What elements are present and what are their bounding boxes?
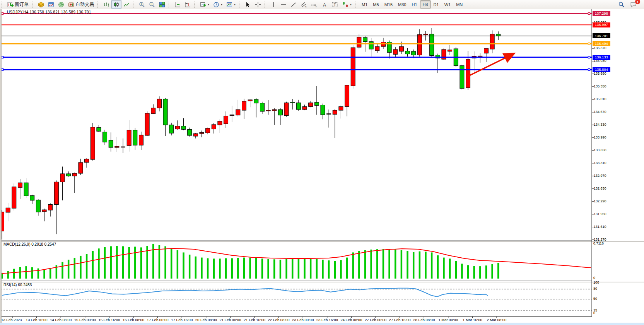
price-line-label-137.298[interactable]: 137.298: [593, 11, 610, 16]
cursor-tool-button[interactable]: [243, 0, 253, 9]
horizontal-line-tool-button[interactable]: [278, 0, 289, 9]
candle[interactable]: [18, 179, 22, 199]
candle[interactable]: [478, 53, 482, 63]
chart-canvas[interactable]: [0, 0, 644, 325]
new-order-button[interactable]: 新订单: [5, 0, 31, 9]
candle[interactable]: [436, 54, 440, 73]
candle[interactable]: [127, 120, 131, 151]
data-window-button[interactable]: [46, 0, 56, 9]
timeframe-button-h1[interactable]: H1: [409, 0, 420, 9]
auto-scroll-button[interactable]: [173, 0, 183, 9]
price-line-label-136.494[interactable]: 136.494: [593, 41, 610, 46]
toolbar-grip[interactable]: [133, 2, 136, 8]
hline-marker[interactable]: [588, 56, 590, 58]
candle[interactable]: [169, 123, 174, 135]
candle[interactable]: [490, 30, 494, 53]
candle[interactable]: [224, 111, 228, 128]
candle[interactable]: [284, 102, 289, 117]
candle[interactable]: [133, 128, 137, 150]
hline-marker[interactable]: [588, 68, 590, 70]
candle[interactable]: [115, 137, 119, 152]
timeframe-button-m1[interactable]: M1: [359, 0, 370, 9]
toolbar-grip[interactable]: [239, 2, 242, 8]
candle[interactable]: [36, 199, 40, 216]
periods-button[interactable]: ▾: [211, 0, 224, 9]
candle[interactable]: [206, 128, 210, 134]
candle[interactable]: [296, 100, 301, 111]
window-bottom-scrollbar[interactable]: [0, 323, 644, 325]
zoom-in-button[interactable]: [137, 0, 147, 9]
timeframe-button-h4[interactable]: H4: [420, 0, 431, 9]
toolbar-grip[interactable]: [169, 2, 171, 8]
toolbar-grip[interactable]: [32, 2, 35, 8]
candle[interactable]: [430, 28, 434, 57]
candle[interactable]: [72, 173, 77, 193]
candle[interactable]: [321, 104, 325, 120]
candle[interactable]: [272, 108, 277, 125]
candle[interactable]: [369, 38, 373, 57]
search-button[interactable]: [616, 0, 627, 9]
candle[interactable]: [212, 123, 216, 133]
toolbar-grip[interactable]: [265, 2, 267, 8]
candle[interactable]: [12, 183, 16, 210]
bar-chart-mode-button[interactable]: [101, 0, 111, 9]
price-line-label-136.701[interactable]: 136.701: [593, 33, 610, 38]
add-indicator-button[interactable]: ▾: [198, 0, 211, 9]
candle[interactable]: [248, 99, 252, 107]
candle[interactable]: [375, 43, 379, 53]
candle[interactable]: [139, 132, 143, 150]
toolbar-grip[interactable]: [2, 2, 4, 8]
candle[interactable]: [405, 48, 410, 56]
candle[interactable]: [48, 204, 53, 217]
candle[interactable]: [121, 139, 125, 153]
candle[interactable]: [254, 98, 258, 117]
candle[interactable]: [333, 109, 337, 138]
candle[interactable]: [193, 133, 198, 139]
candle[interactable]: [448, 45, 452, 55]
candle[interactable]: [181, 118, 186, 130]
timeframe-button-m15[interactable]: M15: [382, 0, 395, 9]
candle[interactable]: [236, 100, 240, 117]
candle[interactable]: [302, 105, 307, 111]
candle[interactable]: [67, 171, 71, 177]
templates-button[interactable]: ▾: [224, 0, 237, 9]
toolbar-grip[interactable]: [355, 2, 358, 8]
price-line-label-135.804[interactable]: 135.804: [593, 67, 610, 72]
fibonacci-tool-button[interactable]: F: [309, 0, 319, 9]
candle[interactable]: [145, 111, 149, 136]
candle[interactable]: [442, 48, 446, 60]
tile-windows-button[interactable]: [157, 0, 167, 9]
timeframe-button-m5[interactable]: M5: [370, 0, 381, 9]
price-line-label-136.997[interactable]: 136.997: [593, 22, 610, 27]
vertical-line-tool-button[interactable]: [268, 0, 278, 9]
candle[interactable]: [42, 209, 46, 221]
candle[interactable]: [357, 34, 361, 49]
crosshair-tool-button[interactable]: [253, 0, 263, 9]
candle[interactable]: [309, 101, 313, 107]
hline-marker[interactable]: [2, 12, 3, 14]
candle[interactable]: [163, 98, 167, 136]
market-watch-button[interactable]: [36, 0, 46, 9]
toolbar-grip[interactable]: [194, 2, 197, 8]
channel-tool-button[interactable]: E: [299, 0, 309, 9]
hline-marker[interactable]: [588, 43, 590, 44]
candle[interactable]: [393, 47, 398, 58]
timeframe-button-d1[interactable]: D1: [431, 0, 442, 9]
candle[interactable]: [351, 45, 355, 89]
candle[interactable]: [218, 119, 222, 133]
candle[interactable]: [266, 100, 270, 115]
zoom-out-button[interactable]: [147, 0, 157, 9]
timeframe-button-mn[interactable]: MN: [453, 0, 465, 9]
candle[interactable]: [91, 123, 95, 161]
candle[interactable]: [60, 167, 65, 200]
candlestick-mode-button[interactable]: [111, 0, 121, 9]
candle[interactable]: [230, 106, 234, 122]
candle[interactable]: [24, 178, 28, 198]
text-tool-button[interactable]: A: [319, 0, 330, 9]
candle[interactable]: [484, 48, 489, 62]
candle[interactable]: [345, 85, 349, 116]
hline-marker[interactable]: [588, 12, 590, 14]
label-tool-button[interactable]: T: [330, 0, 340, 9]
candle[interactable]: [260, 102, 264, 114]
candle[interactable]: [85, 158, 89, 168]
